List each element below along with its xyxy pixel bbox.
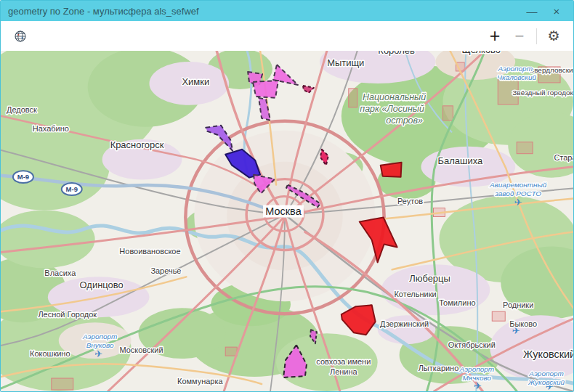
map-label: Котельники	[394, 290, 436, 298]
globe-icon-svg	[14, 30, 27, 43]
map-label: Октябрьский	[448, 340, 496, 349]
airplane-icon: ✈	[514, 197, 522, 208]
map-label: Родники	[503, 301, 533, 309]
map-label: Чкаловский	[497, 73, 536, 81]
map-label: Лесной Городок	[38, 310, 97, 319]
map-label: Жуковский	[523, 348, 573, 360]
map-canvas[interactable]: М-9М-9✈✈✈✈✈ДедовскНахабиноКрасногорскХим…	[1, 51, 573, 391]
restricted-area	[492, 311, 505, 321]
map-label: Томилино	[439, 298, 475, 307]
map-label: Дзержинский	[380, 319, 429, 328]
map-label: Аэропорт	[459, 365, 495, 373]
map-label: Мытищи	[327, 57, 364, 68]
map-label: Королев	[378, 51, 415, 56]
map-label: Химки	[182, 76, 209, 87]
restricted-area	[52, 378, 73, 390]
map-label: Реутов	[397, 197, 423, 205]
map-label: Звёздный городок	[512, 89, 573, 97]
map-label: Балашиха	[438, 155, 483, 166]
map-label: Жуковский	[527, 378, 565, 386]
map-label: Новоивановское	[119, 247, 180, 256]
globe-icon[interactable]	[11, 27, 30, 46]
restricted-area	[349, 89, 357, 107]
zoom-in-button[interactable]: +	[485, 27, 504, 46]
restricted-area	[517, 142, 533, 154]
map-svg[interactable]: М-9М-9✈✈✈✈✈ДедовскНахабиноКрасногорскХим…	[1, 51, 573, 391]
map-label: Аэропорт	[82, 332, 118, 340]
app-window: geometry по Zone - мультисфера als_sefwe…	[0, 0, 574, 392]
map-label: Авиаремонтный	[489, 181, 547, 189]
airplane-icon: ✈	[94, 348, 102, 359]
minimize-button[interactable]: —	[522, 2, 541, 20]
map-label: Московский	[119, 346, 163, 354]
map-label: Коммунарка	[177, 377, 223, 385]
zone-pink-blob-north[interactable]	[253, 81, 278, 98]
airplane-icon: ✈	[474, 380, 482, 391]
map-label: совхоза имени	[316, 357, 371, 366]
toolbar: + − ⚙	[1, 21, 573, 51]
map-label: Лыткарино	[419, 364, 459, 372]
map-label: Быково	[509, 319, 537, 328]
map-label: Дедовск	[7, 105, 37, 114]
map-label: Щелково	[462, 51, 501, 55]
map-label: Заречье	[150, 266, 181, 275]
map-label: парк «Лосиный	[360, 104, 424, 114]
titlebar[interactable]: geometry по Zone - мультисфера als_sefwe…	[1, 1, 573, 21]
map-label: Внуково	[86, 341, 114, 349]
map-label: завод РОСТО	[494, 189, 541, 197]
map-label: Нахабино	[33, 124, 69, 133]
zone-red-rect-balashikha[interactable]	[381, 163, 402, 177]
map-label: Одинцово	[80, 279, 124, 290]
highway-badge-label: М-9	[66, 185, 78, 193]
map-label: Кокошкино	[30, 349, 70, 358]
window-controls: — ×	[522, 2, 573, 20]
map-label: Стара	[554, 153, 573, 162]
window-title: geometry по Zone - мультисфера als_sefwe…	[8, 6, 522, 17]
map-label: Ленина	[330, 367, 358, 376]
settings-gear-icon[interactable]: ⚙	[544, 27, 563, 46]
map-label: Власиха	[44, 269, 76, 277]
restricted-area	[442, 106, 453, 121]
map-label: Красногорск	[110, 139, 164, 150]
map-label: остров»	[386, 115, 423, 126]
map-label: Аэропорт	[528, 369, 564, 377]
map-label: Аэропорт	[497, 65, 533, 73]
map-label: Национальный	[363, 92, 426, 102]
toolbar-divider	[536, 28, 537, 44]
restricted-area	[225, 347, 237, 356]
map-label: Мячково	[463, 374, 492, 382]
map-label: Москва	[265, 205, 302, 217]
zoom-out-button[interactable]: −	[510, 27, 529, 46]
highway-badge-label: М-9	[17, 173, 29, 181]
close-button[interactable]: ×	[547, 2, 566, 20]
map-label: Люберцы	[409, 273, 450, 284]
